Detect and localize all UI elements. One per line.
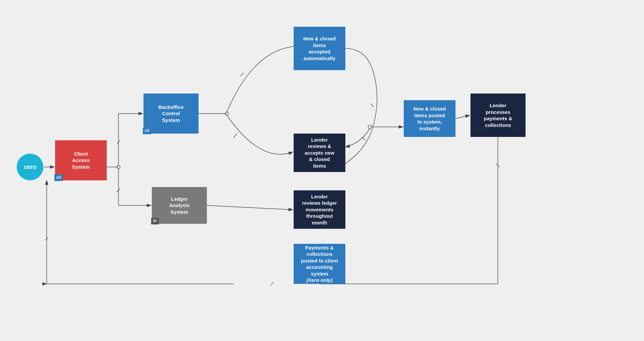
backoffice-badge: c3: [143, 128, 151, 134]
ledger-badge: ln: [151, 218, 159, 224]
ledger-analysis-box: LedgerAnalysisSystem ln: [152, 187, 207, 224]
client-access-label: ClientAccessSystem: [72, 151, 90, 170]
backoffice-label: BackofficeControlSystem: [158, 104, 184, 124]
posted-instantly-label: New & closeditems postedto system,instan…: [413, 106, 446, 132]
svg-line-21: [455, 115, 470, 119]
lender-process-box: Lenderprocessespayments &collections: [470, 94, 526, 137]
auto-accept-box: New & closeditemsacceptedautomatically: [294, 27, 345, 70]
posted-instantly-box: New & closeditems postedto system,instan…: [404, 100, 455, 137]
ledger-movements-box: Lenderreviews ledgermovementsthroughoutm…: [294, 190, 345, 229]
backoffice-box: BackofficeControlSystem c3: [143, 94, 199, 134]
svg-point-16: [368, 125, 371, 129]
ledger-analysis-label: LedgerAnalysisSystem: [169, 196, 190, 215]
auto-accept-label: New & closeditemsacceptedautomatically: [303, 35, 336, 61]
svg-line-14: [240, 73, 244, 76]
svg-line-18: [362, 137, 365, 140]
ledger-movements-label: Lenderreviews ledgermovementsthroughoutm…: [302, 193, 337, 226]
xero-label: xero: [24, 164, 36, 171]
lender-process-label: Lenderprocessespayments &collections: [484, 102, 512, 128]
svg-line-17: [234, 134, 237, 138]
svg-line-26: [270, 282, 274, 286]
payments-client-box: Payments &collectionsposted to clientacc…: [294, 244, 345, 284]
client-access-system-box: ClientAccessSystem e3: [55, 140, 107, 180]
svg-line-15: [370, 104, 374, 107]
lender-reviews-label: Lenderreviews &accepts new& closeditems: [305, 137, 334, 169]
svg-line-20: [207, 205, 293, 210]
diagram-container: xero ClientAccessSystem e3 BackofficeCon…: [0, 0, 644, 341]
payments-client-label: Payments &collectionsposted to clientacc…: [301, 244, 338, 284]
xero-logo: xero: [17, 154, 43, 180]
lender-reviews-box: Lenderreviews &accepts new& closeditems: [294, 134, 345, 172]
client-badge: e3: [54, 174, 63, 181]
